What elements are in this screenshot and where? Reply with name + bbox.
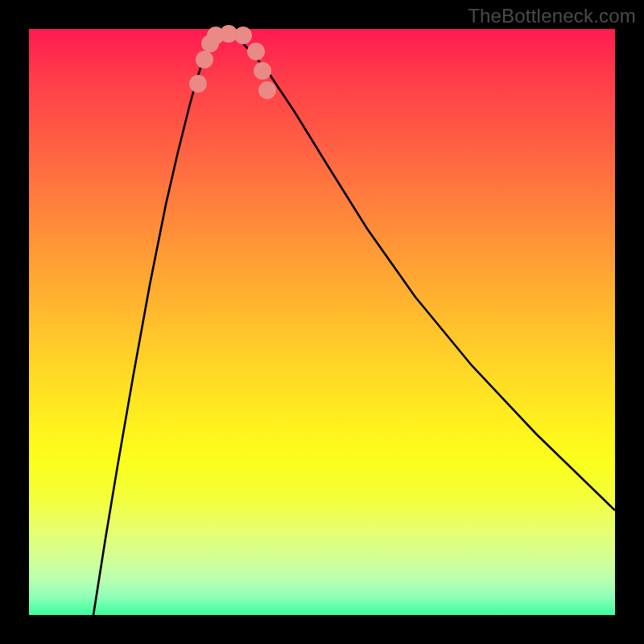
pink-marker: [258, 81, 276, 99]
pink-marker: [196, 51, 213, 68]
plot-area: [29, 29, 615, 615]
pink-marker: [189, 75, 207, 93]
pink-marker: [254, 62, 271, 80]
pink-marker: [234, 27, 252, 44]
bottleneck-curve: [93, 33, 615, 615]
marker-group: [189, 25, 276, 99]
watermark-text: TheBottleneck.com: [468, 5, 636, 27]
chart-frame: TheBottleneck.com: [0, 0, 644, 644]
pink-marker: [247, 43, 265, 60]
curve-svg: [29, 29, 615, 615]
